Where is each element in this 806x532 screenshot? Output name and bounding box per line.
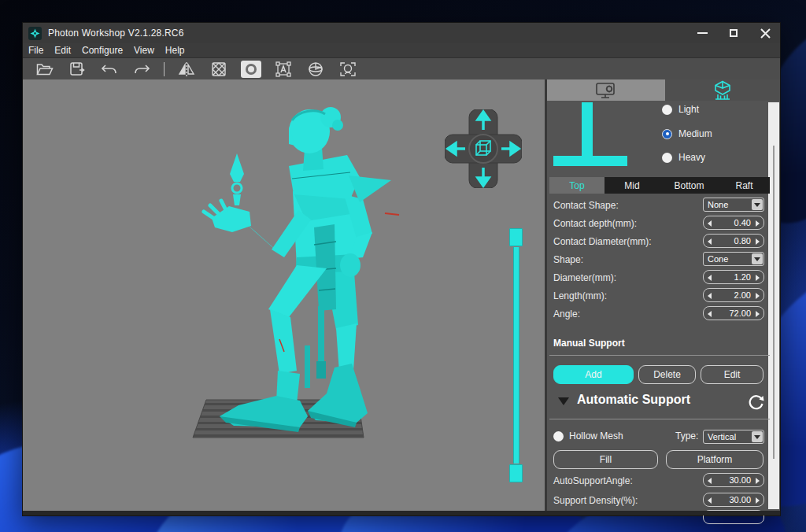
increment-arrow-icon[interactable] [756,275,760,281]
open-icon[interactable] [35,61,55,78]
close-button[interactable] [758,26,772,40]
separator [549,419,770,419]
platform-button[interactable]: Platform [666,450,763,469]
edit-support-button[interactable]: Edit [701,365,763,384]
monitor-gear-icon [594,81,618,100]
contact-shape-label: Contact Shape: [553,200,619,211]
increment-arrow-icon[interactable] [756,238,760,245]
support-icon [712,80,733,101]
decrement-arrow-icon[interactable] [708,478,712,484]
z-height-slider [508,228,524,485]
tab-bottom[interactable]: Bottom [660,177,719,194]
contact-diameter-spinner[interactable]: 0.80 [703,234,764,248]
menu-bar: File Edit Configure View Help [23,43,780,58]
viewport-3d[interactable] [23,79,545,511]
support-section-tabs: Top Mid Bottom Raft [549,177,770,194]
hollow-mesh-radio-icon[interactable] [553,431,564,441]
increment-arrow-icon[interactable] [756,293,760,299]
increment-arrow-icon[interactable] [756,497,760,504]
tab-support-settings[interactable] [665,79,780,101]
density-option-light[interactable]: Light [662,104,699,115]
type-label: Type: [675,430,698,441]
diameter-spinner[interactable]: 1.20 [703,270,764,284]
shape-dropdown[interactable]: Cone [703,252,764,266]
scan-icon[interactable] [338,61,358,78]
decrement-arrow-icon[interactable] [708,311,712,317]
angle-spinner[interactable]: 72.00 [703,306,764,320]
title-bar[interactable]: Photon Workshop V2.1.28.RC6 [23,23,780,43]
undo-icon[interactable] [99,61,120,78]
increment-arrow-icon[interactable] [756,311,760,317]
support-settings-panel: Light Medium Heavy Top Mid Bottom Raft C… [545,79,780,511]
decrement-arrow-icon[interactable] [708,238,712,245]
model-jett-figure[interactable] [188,103,401,473]
menu-help[interactable]: Help [160,45,190,56]
menu-configure[interactable]: Configure [76,45,128,56]
dropdown-arrow-icon[interactable] [752,253,763,264]
decrement-arrow-icon[interactable] [708,293,712,299]
increment-arrow-icon[interactable] [756,478,760,484]
hole-icon[interactable] [241,61,261,78]
manual-support-title: Manual Support [553,338,625,349]
app-logo-icon [28,27,42,40]
add-support-button[interactable]: Add [553,365,634,384]
delete-support-button[interactable]: Delete [638,365,696,384]
support-shape-preview [553,156,627,166]
contact-shape-dropdown[interactable]: None [703,198,764,212]
redo-icon[interactable] [131,61,152,78]
fill-button[interactable]: Fill [553,450,658,469]
support-shape-preview [582,102,593,157]
minimize-button[interactable] [695,26,709,40]
sphere-icon[interactable] [305,61,326,78]
decrement-arrow-icon[interactable] [708,220,712,227]
radio-selected-icon[interactable] [662,129,672,139]
panel-tabs [547,79,780,101]
mirror-icon[interactable] [176,61,197,78]
auto-support-angle-spinner[interactable]: 30.00 [703,473,764,487]
density-option-medium[interactable]: Medium [662,128,712,139]
support-density-spinner[interactable]: 30.00 [703,493,764,507]
window-title: Photon Workshop V2.1.28.RC6 [48,28,184,39]
automatic-support-title: Automatic Support [577,393,690,407]
radio-icon[interactable] [662,105,672,115]
diameter-label: Diameter(mm): [553,272,616,283]
tab-raft[interactable]: Raft [719,177,770,194]
increment-arrow-icon[interactable] [756,220,760,227]
type-dropdown[interactable]: Vertical [703,430,764,444]
slider-top-handle[interactable] [509,228,523,246]
contact-depth-label: Contact depth(mm): [553,218,637,229]
photon-workshop-window: Photon Workshop V2.1.28.RC6 File Edit Co… [22,22,781,516]
separator [549,355,770,356]
hollow-mesh-label: Hollow Mesh [569,430,623,441]
text-icon[interactable] [273,61,294,78]
refresh-icon[interactable] [747,393,766,412]
tab-top[interactable]: Top [549,177,604,194]
slider-track[interactable] [513,247,519,464]
contact-diameter-label: Contact Diameter(mm): [553,236,652,247]
length-spinner[interactable]: 2.00 [703,288,764,302]
menu-file[interactable]: File [23,45,49,56]
toolbar-divider [164,62,165,76]
auto-support-angle-label: AutoSupportAngle: [553,475,633,486]
maximize-button[interactable] [727,26,741,40]
tab-printer-settings[interactable] [547,79,665,101]
slider-bottom-handle[interactable] [509,464,523,482]
menu-view[interactable]: View [128,45,160,56]
radio-icon[interactable] [662,153,672,163]
kunai-dagger [230,153,244,205]
decrement-arrow-icon[interactable] [708,497,712,504]
collapse-triangle-icon[interactable] [558,397,569,405]
lattice-icon[interactable] [209,61,229,78]
dropdown-arrow-icon[interactable] [752,199,763,210]
view-cube-button[interactable] [469,135,497,163]
save-icon[interactable] [67,61,87,78]
dropdown-arrow-icon[interactable] [752,431,763,442]
density-option-heavy[interactable]: Heavy [662,152,705,163]
tab-mid[interactable]: Mid [604,177,660,194]
angle-label: Angle: [553,308,580,320]
decrement-arrow-icon[interactable] [708,275,712,281]
menu-edit[interactable]: Edit [49,45,76,56]
toolbar [23,59,780,79]
contact-depth-spinner[interactable]: 0.40 [703,216,764,230]
automatic-support-header: Automatic Support [547,392,780,412]
